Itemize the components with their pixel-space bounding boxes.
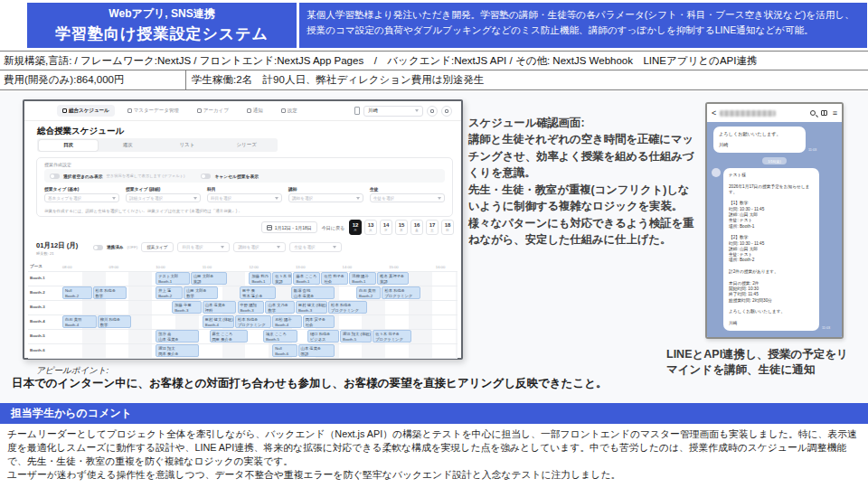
event-line2: 英語 [275, 279, 289, 285]
schedule-event[interactable]: 加藤 千夏Booth-3 [172, 301, 202, 314]
booth-row-label: Booth-2 [30, 290, 45, 295]
schedule-event[interactable]: 樋口 和也⊕ビジネス [307, 330, 339, 343]
event-line2: 英語 [380, 279, 406, 285]
page-title: 総合授業スケジュール [37, 126, 124, 137]
event-line2: 荒木 蓮介⊕ [242, 294, 273, 299]
tab-2[interactable]: 週次 [98, 140, 157, 151]
tab-4[interactable]: シリーズ [217, 140, 277, 151]
nav-item-2[interactable]: マスターデータ管理 [122, 105, 184, 117]
schedule-event[interactable]: 麻生 こころ岡田 奏介⊕ [210, 330, 249, 343]
screen-description-note: スケジュール確認画面: 講師と生徒それぞれの空き時間を正確にマッチングさせ、効率… [468, 115, 696, 249]
day-filter-2[interactable]: 科目を選択 [177, 242, 230, 252]
schedule-event[interactable]: 田村 健太 (体験)Booth-4 [203, 315, 234, 328]
schedule-event[interactable]: 松本 和也⊕プログラミング [235, 315, 271, 328]
schedule-event[interactable]: NullBooth-2 [62, 286, 92, 299]
field-select[interactable]: 基本タイプを選択 [44, 193, 119, 202]
schedule-event[interactable]: 白石 美羽Booth-2 [356, 286, 381, 299]
nav-item-4[interactable]: 通知 [241, 105, 269, 117]
tab-3[interactable]: リスト [157, 140, 217, 151]
cancelled-toggle[interactable] [201, 174, 211, 179]
schedule-event[interactable]: 渡辺 翔太 (体験)Booth-5 [340, 330, 372, 343]
schedule-event[interactable]: 柳川 和也⊕数学 [98, 315, 132, 328]
menu-icon[interactable]: ≡ [833, 109, 837, 117]
nav-item-3[interactable]: アーカイブ [192, 105, 234, 117]
day-weekday: 日 [446, 229, 449, 232]
day-chip-18[interactable]: 18日 [441, 220, 454, 235]
chevron-down-icon [356, 197, 360, 200]
field-placeholder: 基本タイプを選択 [48, 196, 81, 201]
schedule-event[interactable]: 岡本 実子⊕社会 [303, 315, 335, 328]
day-chip-14[interactable]: 14水 [380, 220, 392, 235]
schedule-event[interactable]: 清水 こころBooth-5 [263, 330, 297, 343]
day-filter-4[interactable]: 生徒を選択 [289, 242, 342, 252]
schedule-event[interactable]: 中野 陽翔Booth-3 [238, 301, 265, 314]
day-chip-17[interactable]: 17土 [426, 220, 439, 235]
booth-row-label: Booth-3 [30, 305, 45, 309]
schedule-event[interactable]: 田村 健太 (体験)Booth-3 [296, 301, 327, 314]
message-time: 11:03 [808, 148, 816, 152]
schedule-event[interactable]: 渡辺 翔太岡本 奏介⊕ [156, 344, 199, 357]
user-select[interactable]: 川崎 [363, 106, 423, 117]
event-line2: Booth-4 [205, 323, 231, 328]
schedule-event[interactable]: 飯塚 杏純山本 遥菜⊕ [291, 286, 335, 299]
nav-item-5[interactable]: 設定 [276, 105, 303, 117]
day-chip-13[interactable]: 13火 [364, 220, 377, 235]
field-2: 授業タイプ (詳細)詳細タイプを選択 [126, 186, 201, 202]
schedule-event[interactable]: 熊谷 葵山本 遥菜⊕ [156, 330, 199, 343]
schedule-event[interactable]: 加藤 莉乃Booth-1 [249, 272, 271, 285]
field-select[interactable]: 科目を選択 [207, 193, 282, 202]
schedule-event[interactable]: 山田 太郎⊕数学 [184, 286, 218, 299]
schedule-event[interactable]: 藤本 こころBooth-1 [293, 272, 320, 285]
day-number: 17 [429, 222, 436, 228]
schedule-event[interactable]: 浅柳 陽斗Booth-1 [349, 272, 376, 285]
schedule-event[interactable]: 松本 和也⊕プログラミング [328, 301, 367, 314]
schedule-event[interactable]: 山本 文乃⊕数学 [265, 301, 295, 314]
message-sender: 川崎 [719, 142, 800, 148]
schedule-event[interactable]: 松本 和也⊕プログラミング [382, 286, 420, 299]
event-line2: プログラミング [331, 308, 364, 314]
schedule-event[interactable]: 山田 太郎⊕英語 [191, 272, 227, 285]
search-icon[interactable] [810, 110, 816, 116]
day-filter-1[interactable]: 授業タイプ [141, 242, 173, 252]
cost-cell: 費用(開発のみ):864,000円 [0, 70, 185, 89]
nav-icon-button-a[interactable] [427, 106, 438, 117]
project-description: 某個人学習塾様より発注いただき開発。学習塾の講師・生徒等の各パラメータ(シフト・… [299, 3, 867, 48]
schedule-event[interactable]: 松本 和也⊕数学 [93, 286, 127, 299]
back-icon[interactable]: < [712, 109, 716, 117]
schedule-event[interactable]: 佐々木 花子⊕プログラミング [373, 330, 411, 343]
schedule-event[interactable]: 井上 蓮Booth-2 [156, 286, 183, 299]
schedule-event[interactable]: 田中 奏荒木 蓮介⊕ [240, 286, 276, 299]
day-chip-15[interactable]: 15木 [395, 220, 408, 235]
day-chip-16[interactable]: 16金 [410, 220, 423, 235]
schedule-event[interactable]: 山本 遥菜⊕国語 [298, 344, 335, 357]
day-header: 01月12日 (月) 授業数: 21 [36, 241, 78, 256]
booth-row-label: Booth-4 [30, 319, 45, 324]
field-select[interactable]: 生徒を選択 [370, 193, 445, 202]
today-button[interactable]: 今日に戻る [322, 225, 344, 230]
schedule-event[interactable]: 椎名 真理子⊕英語 [377, 272, 409, 285]
event-line2: Booth-1 [158, 279, 187, 285]
nav-icon-button-b[interactable] [441, 106, 452, 117]
schedule-event[interactable]: 石松 陽斗Booth-4 [272, 315, 302, 328]
field-select[interactable]: 講師を選択 [288, 193, 363, 202]
day-chip-12[interactable]: 12月 [349, 220, 362, 235]
day-number: 16 [414, 222, 420, 228]
panel-icon[interactable] [821, 110, 827, 116]
tab-1[interactable]: 日次 [39, 140, 99, 151]
day-filter-3[interactable]: 講師を選択 [233, 242, 286, 252]
schedule-event[interactable]: NullBooth-6 [272, 344, 297, 357]
field-select[interactable]: 詳細タイプを選択 [126, 193, 201, 202]
date-range-picker[interactable]: 1月12日 - 1月18日 [261, 221, 317, 233]
schedule-event[interactable]: 佐竹 莉子⊕社会 [321, 272, 348, 285]
availability-toggle[interactable] [50, 174, 60, 179]
message-row: テスト様 2026年1月17日の授業予定をお知らせします。 【1】数学 時間: … [712, 168, 837, 331]
event-line2: Booth-3 [241, 308, 262, 314]
time-tick: 12:00 [249, 265, 258, 269]
schedule-event[interactable]: 佐々木 花子⊕英語 [272, 272, 292, 285]
nav-item-1[interactable]: 総合スケジュール [57, 105, 115, 117]
schedule-event[interactable]: 山本 遥菜⊕理科 [203, 301, 237, 314]
day-toggle[interactable] [93, 245, 103, 250]
schedule-event[interactable]: テスト太郎Booth-1 [156, 272, 190, 285]
chevron-down-icon [112, 197, 116, 200]
schedule-event[interactable]: 白石 美羽Booth-4 [62, 315, 97, 328]
